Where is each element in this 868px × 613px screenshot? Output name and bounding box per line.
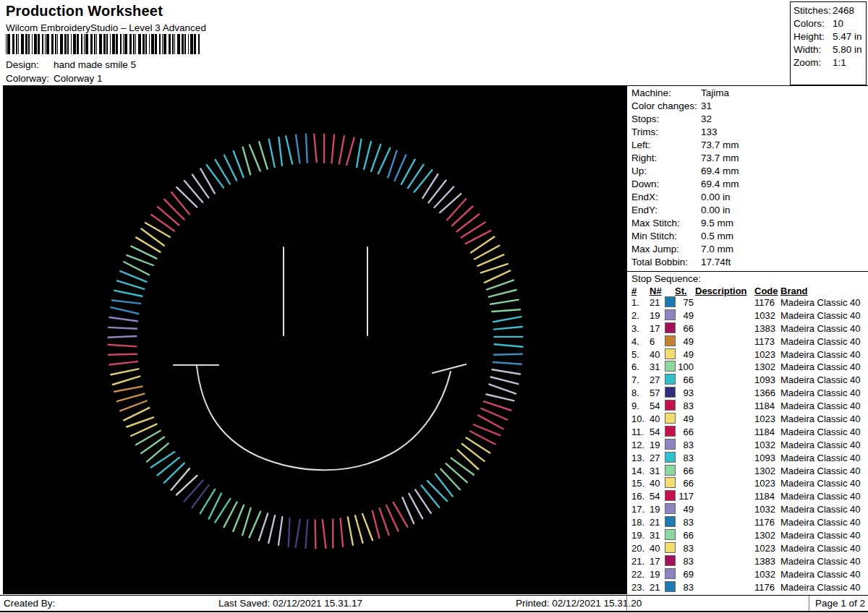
machine-row-value: 9.5 mm <box>701 218 733 228</box>
stop-row-num: 1. <box>631 296 639 309</box>
colorway-value: Colorway 1 <box>54 73 103 84</box>
stitch-tick <box>478 254 504 266</box>
stop-row-code: 1184 <box>754 400 775 413</box>
barcode-bar <box>177 34 180 54</box>
stitch-tick <box>233 505 244 531</box>
stop-row-needle: 19 <box>650 503 660 516</box>
stop-row-brand: Madeira Classic 40 <box>780 555 861 568</box>
barcode-bar <box>155 34 157 54</box>
barcode-bar <box>99 34 102 54</box>
stop-row-num: 20. <box>631 542 644 555</box>
stop-row-num: 3. <box>631 322 639 335</box>
stat-value: 5.80 in <box>833 44 862 55</box>
colorway-line: Colorway:Colorway 1 <box>6 73 103 86</box>
design-label: Design: <box>6 59 54 70</box>
stop-row-stitches: 66 <box>671 322 694 335</box>
barcode-bar <box>174 34 175 54</box>
stitch-tick <box>242 508 250 535</box>
stop-row-needle: 40 <box>650 477 660 490</box>
stop-row-code: 1023 <box>754 542 775 555</box>
machine-row-label: Up: <box>631 166 701 176</box>
stitch-tick <box>378 148 390 173</box>
stop-row-code: 1032 <box>754 568 775 581</box>
stat-label: Stitches: <box>793 5 833 16</box>
stitch-tick <box>278 137 282 166</box>
stat-value: 1:1 <box>833 57 846 68</box>
printed-label: Printed: 02/12/2021 15.31.20 <box>516 596 642 611</box>
machine-row: Stops:32 <box>631 113 867 127</box>
stop-row-needle: 31 <box>650 361 660 374</box>
stop-row-num: 21. <box>631 555 644 568</box>
stitch-tick <box>250 145 260 171</box>
stop-row-code: 1032 <box>754 309 775 322</box>
stop-row-num: 10. <box>631 413 644 426</box>
stitch-tick <box>441 469 460 490</box>
stitch-tick <box>127 417 153 426</box>
stitch-tick <box>124 262 149 275</box>
barcode-bar <box>84 34 85 54</box>
stop-row: 17.19491032Madeira Classic 40 <box>627 503 868 516</box>
barcode-bar <box>112 34 115 54</box>
stitch-tick <box>314 134 317 163</box>
barcode-bar <box>32 34 33 54</box>
stop-row-brand: Madeira Classic 40 <box>780 296 861 309</box>
stop-row-num: 6. <box>631 361 639 374</box>
machine-row-label: EndY: <box>631 205 701 215</box>
stop-row: 22.19691032Madeira Classic 40 <box>627 568 868 581</box>
stop-sequence-title: Stop Sequence: <box>631 273 701 284</box>
barcode-bar <box>172 34 174 54</box>
machine-row-value: Tajima <box>701 87 729 98</box>
machine-row: Up:69.4 mm <box>631 166 867 179</box>
barcode-bar <box>55 34 56 54</box>
footer-divider <box>626 596 627 611</box>
stat-label: Colors: <box>793 18 833 29</box>
stitch-tick <box>124 408 149 420</box>
stitch-tick <box>478 416 503 429</box>
stitch-tick <box>278 517 282 545</box>
stop-row-stitches: 49 <box>671 413 694 426</box>
stat-row: Colors:10 <box>791 18 866 31</box>
stop-row-needle: 21 <box>650 516 660 529</box>
barcode-bar <box>7 34 10 54</box>
machine-row-value: 31 <box>701 100 712 111</box>
machine-info-list: Machine:TajimaColor changes:31Stops:32Tr… <box>631 87 867 270</box>
stitch-tick <box>269 140 275 167</box>
stop-row: 23.21831176Madeira Classic 40 <box>627 581 868 594</box>
barcode-bar <box>145 34 147 54</box>
stitch-tick <box>176 476 197 495</box>
barcode-bar <box>124 34 127 54</box>
machine-row-label: Color changes: <box>631 100 701 111</box>
stitch-tick <box>111 369 138 374</box>
machine-row-label: Right: <box>631 153 701 163</box>
barcode-bar <box>116 34 118 54</box>
stitch-tick <box>371 145 380 171</box>
stop-row-brand: Madeira Classic 40 <box>780 465 861 478</box>
stitch-tick <box>127 255 153 265</box>
stop-row-brand: Madeira Classic 40 <box>780 348 861 361</box>
stop-row-stitches: 83 <box>671 516 694 529</box>
barcode-bar <box>45 34 46 54</box>
barcode-bar <box>18 34 19 54</box>
stop-row-stitches: 117 <box>671 490 694 503</box>
design-preview <box>3 85 626 594</box>
stop-row: 10.40491023Madeira Classic 40 <box>627 413 868 426</box>
machine-row-label: Min Stitch: <box>631 231 701 241</box>
stop-row-brand: Madeira Classic 40 <box>780 581 861 594</box>
colorway-label: Colorway: <box>6 73 54 84</box>
stat-value: 10 <box>833 18 843 29</box>
stop-row-code: 1184 <box>754 426 775 439</box>
stop-row: 5.40491023Madeira Classic 40 <box>627 348 868 361</box>
stop-row-needle: 40 <box>650 413 660 426</box>
app-subtitle: Wilcom EmbroideryStudio – Level 3 Advanc… <box>6 22 206 33</box>
stat-row: Zoom:1:1 <box>791 57 866 70</box>
barcode-bar <box>149 34 150 54</box>
stitch-tick <box>447 199 466 220</box>
stitch-tick <box>120 271 146 282</box>
stitch-tick <box>234 151 244 177</box>
machine-row-value: 69.4 mm <box>701 166 739 176</box>
stitch-tick <box>435 474 453 497</box>
stitch-tick <box>490 300 519 304</box>
stitch-tick <box>114 291 142 296</box>
barcode-bar <box>123 34 124 54</box>
stop-row-code: 1173 <box>754 335 775 348</box>
